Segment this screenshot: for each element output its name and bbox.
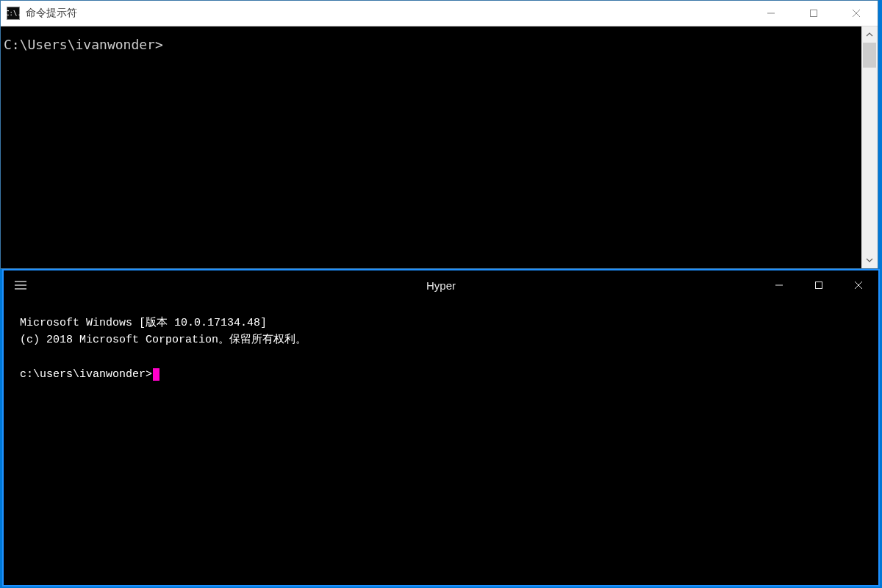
cmd-title: 命令提示符 [26,7,750,20]
maximize-icon [809,9,818,18]
hyper-line-2: (c) 2018 Microsoft Corporation。保留所有权利。 [20,334,306,346]
hyper-prompt: c:\users\ivanwonder> [20,368,152,381]
close-icon [852,9,861,18]
scroll-down-button[interactable] [861,252,878,268]
chevron-up-icon [866,31,873,38]
hyper-line-1: Microsoft Windows [版本 10.0.17134.48] [20,317,267,329]
cmd-terminal-body[interactable]: C:\Users\ivanwonder> [1,26,861,268]
hyper-title: Hyper [4,279,878,292]
maximize-button[interactable] [792,1,835,26]
minimize-icon [775,281,784,290]
minimize-icon [767,9,775,18]
hamburger-menu-button[interactable] [4,270,37,300]
cmd-scrollbar[interactable] [861,26,878,268]
cmd-titlebar[interactable]: C:\. 命令提示符 [1,1,878,26]
close-button[interactable] [839,270,878,300]
minimize-button[interactable] [759,270,799,300]
minimize-button[interactable] [750,1,792,26]
cursor [153,368,159,381]
cmd-window: C:\. 命令提示符 C:\Users\ivanwonder> [0,0,878,269]
hyper-window-controls [759,270,878,300]
chevron-down-icon [866,257,873,264]
cmd-prompt: C:\Users\ivanwonder> [4,37,163,52]
cmd-icon: C:\. [7,7,20,20]
close-icon [854,281,863,290]
close-button[interactable] [835,1,878,26]
scroll-track[interactable] [861,43,878,252]
hamburger-icon [15,281,26,290]
maximize-icon [814,281,823,290]
hyper-titlebar[interactable]: Hyper [4,270,878,300]
hyper-window: Hyper Microsoft Windows [版本 10.0.17134.4… [2,269,880,587]
scroll-up-button[interactable] [861,26,878,43]
cmd-window-controls [750,1,878,26]
cmd-body-wrap: C:\Users\ivanwonder> [1,26,878,268]
scroll-thumb[interactable] [863,43,876,68]
hyper-terminal-body[interactable]: Microsoft Windows [版本 10.0.17134.48] (c)… [4,300,878,398]
svg-rect-1 [811,10,817,17]
maximize-button[interactable] [799,270,839,300]
svg-rect-8 [816,282,822,289]
